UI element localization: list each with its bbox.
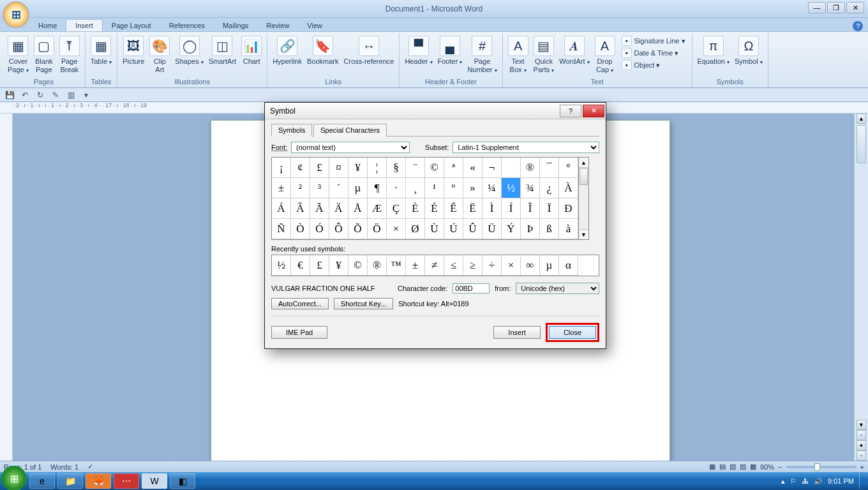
symbol-cell[interactable]: Á bbox=[272, 198, 291, 219]
scroll-thumb[interactable] bbox=[857, 125, 866, 163]
symbol-cell[interactable]: à bbox=[559, 219, 578, 239]
taskbar-firefox-icon[interactable]: 🦊 bbox=[86, 473, 111, 489]
wordart-button[interactable]: 𝑨WordArt ▾ bbox=[557, 34, 592, 77]
symbol-cell[interactable]: Ü bbox=[483, 219, 502, 239]
taskbar-ie-icon[interactable]: e bbox=[29, 473, 55, 489]
ribbon-tab-home[interactable]: Home bbox=[29, 20, 66, 31]
symbol-cell[interactable]: £ bbox=[310, 158, 329, 178]
symbol-cell[interactable]: Å bbox=[348, 198, 368, 219]
symbol-cell[interactable]: Ð bbox=[559, 198, 578, 219]
ruler-vertical[interactable] bbox=[0, 114, 13, 461]
recent-symbol-cell[interactable]: µ bbox=[540, 255, 559, 276]
close-window-button[interactable]: ✕ bbox=[846, 2, 864, 13]
symbol-cell[interactable]: ­ bbox=[502, 158, 521, 178]
symbol-cell[interactable]: Ï bbox=[540, 198, 559, 219]
grid-scroll-up-icon[interactable]: ▲ bbox=[579, 158, 588, 168]
symbol-cell[interactable]: ¢ bbox=[291, 158, 310, 178]
vertical-scrollbar[interactable]: ▲ ▼ ◦ ● ◦ bbox=[854, 114, 868, 461]
browse-object-icon[interactable]: ● bbox=[857, 440, 866, 450]
scroll-up-icon[interactable]: ▲ bbox=[857, 114, 866, 124]
symbol-cell[interactable]: ´ bbox=[329, 178, 348, 198]
close-button[interactable]: Close bbox=[549, 326, 596, 339]
symbol-cell[interactable]: ¸ bbox=[406, 178, 425, 198]
symbol-cell[interactable]: ¾ bbox=[521, 178, 540, 198]
undo-icon[interactable]: ↶ bbox=[19, 89, 31, 101]
recent-symbol-cell[interactable]: ÷ bbox=[483, 255, 502, 276]
symbol-cell[interactable]: Ú bbox=[444, 219, 463, 239]
symbol-cell[interactable]: » bbox=[463, 178, 483, 198]
recent-symbol-cell[interactable]: ½ bbox=[272, 255, 291, 276]
drop-cap-button[interactable]: ADropCap ▾ bbox=[592, 34, 618, 77]
help-icon[interactable]: ? bbox=[853, 21, 863, 31]
zoom-out-icon[interactable]: − bbox=[778, 463, 782, 471]
ribbon-tab-review[interactable]: Review bbox=[257, 20, 298, 31]
symbol-grid-scrollbar[interactable]: ▲ ▼ bbox=[579, 157, 589, 240]
scroll-down-icon[interactable]: ▼ bbox=[857, 420, 866, 430]
view-read-icon[interactable]: ▤ bbox=[719, 463, 726, 471]
symbol-cell[interactable]: ß bbox=[540, 219, 559, 239]
tray-chevron-icon[interactable]: ▴ bbox=[781, 477, 785, 486]
symbol-cell[interactable]: Þ bbox=[521, 219, 540, 239]
table-button[interactable]: ▦Table ▾ bbox=[88, 34, 114, 77]
symbol-cell[interactable]: ³ bbox=[310, 178, 329, 198]
smartart-button[interactable]: ◫SmartArt bbox=[206, 34, 239, 77]
view-outline-icon[interactable]: ▨ bbox=[740, 463, 746, 471]
recent-symbol-cell[interactable]: α bbox=[559, 255, 578, 276]
recent-symbol-cell[interactable]: ≠ bbox=[425, 255, 444, 276]
symbol-cell[interactable]: Î bbox=[521, 198, 540, 219]
symbol-cell[interactable]: ¡ bbox=[272, 158, 291, 178]
symbol-cell[interactable]: ¼ bbox=[483, 178, 502, 198]
taskbar-explorer-icon[interactable]: 📁 bbox=[57, 473, 83, 489]
start-button[interactable]: ⊞ bbox=[1, 466, 27, 490]
symbol-cell[interactable]: ± bbox=[272, 178, 291, 198]
recent-symbol-cell[interactable]: ± bbox=[406, 255, 425, 276]
symbol-cell[interactable]: ¬ bbox=[483, 158, 502, 178]
chart-button[interactable]: 📊Chart bbox=[239, 34, 264, 77]
shapes-button[interactable]: ◯Shapes ▾ bbox=[172, 34, 206, 77]
bookmark-button[interactable]: 🔖Bookmark bbox=[304, 34, 341, 77]
symbol-cell[interactable]: ¿ bbox=[540, 178, 559, 198]
page-number-button[interactable]: #PageNumber ▾ bbox=[465, 34, 499, 77]
taskbar-app-icon[interactable]: ◧ bbox=[170, 473, 195, 489]
spellcheck-icon[interactable]: ✓ bbox=[87, 463, 93, 471]
symbol-cell[interactable]: Û bbox=[463, 219, 483, 239]
ribbon-tab-page-layout[interactable]: Page Layout bbox=[103, 20, 160, 31]
symbol-cell[interactable]: Ö bbox=[368, 219, 387, 239]
symbol-cell[interactable]: Ê bbox=[444, 198, 463, 219]
qat-icon[interactable]: ▥ bbox=[65, 89, 77, 101]
footer-button[interactable]: ▄Footer ▾ bbox=[435, 34, 465, 77]
grid-scroll-thumb[interactable] bbox=[580, 168, 588, 185]
dialog-help-button[interactable]: ? bbox=[560, 105, 581, 117]
symbol-cell[interactable]: Ô bbox=[329, 219, 348, 239]
cross-reference-button[interactable]: ↔Cross-reference bbox=[341, 34, 397, 77]
symbol-cell[interactable]: ¥ bbox=[348, 158, 368, 178]
symbol-cell[interactable]: « bbox=[463, 158, 483, 178]
text-box-button[interactable]: ATextBox ▾ bbox=[505, 34, 531, 77]
symbol-cell[interactable]: É bbox=[425, 198, 444, 219]
status-words[interactable]: Words: 1 bbox=[50, 463, 79, 471]
office-button[interactable]: ⊞ bbox=[3, 1, 29, 28]
symbol-cell[interactable]: ¦ bbox=[368, 158, 387, 178]
symbol-cell[interactable]: Ì bbox=[483, 198, 502, 219]
autocorrect-button[interactable]: AutoCorrect... bbox=[271, 298, 329, 309]
shortcut-key-button[interactable]: Shortcut Key... bbox=[334, 298, 393, 309]
recent-symbol-cell[interactable]: ≤ bbox=[444, 255, 463, 276]
signature-line-button[interactable]: ▪Signature Line ▾ bbox=[622, 36, 685, 46]
qat-dropdown-icon[interactable]: ▾ bbox=[80, 89, 92, 101]
recent-symbol-cell[interactable]: × bbox=[502, 255, 521, 276]
symbol-cell[interactable]: Ñ bbox=[272, 219, 291, 239]
quick-parts-button[interactable]: ▤QuickParts ▾ bbox=[531, 34, 557, 77]
recent-symbol-cell[interactable]: £ bbox=[310, 255, 329, 276]
zoom-in-icon[interactable]: + bbox=[860, 463, 864, 471]
symbol-cell[interactable]: Ý bbox=[502, 219, 521, 239]
recent-symbol-cell[interactable]: ¥ bbox=[329, 255, 348, 276]
object-button[interactable]: ▪Object ▾ bbox=[622, 60, 685, 70]
symbol-cell[interactable]: © bbox=[425, 158, 444, 178]
symbol-cell[interactable]: Ç bbox=[387, 198, 406, 219]
symbol-cell[interactable]: ª bbox=[444, 158, 463, 178]
restore-button[interactable]: ❐ bbox=[827, 2, 845, 13]
symbol-cell[interactable]: Â bbox=[291, 198, 310, 219]
insert-button[interactable]: Insert bbox=[493, 326, 541, 339]
clip-art-button[interactable]: 🎨ClipArt bbox=[147, 34, 172, 77]
symbol-cell[interactable]: ² bbox=[291, 178, 310, 198]
